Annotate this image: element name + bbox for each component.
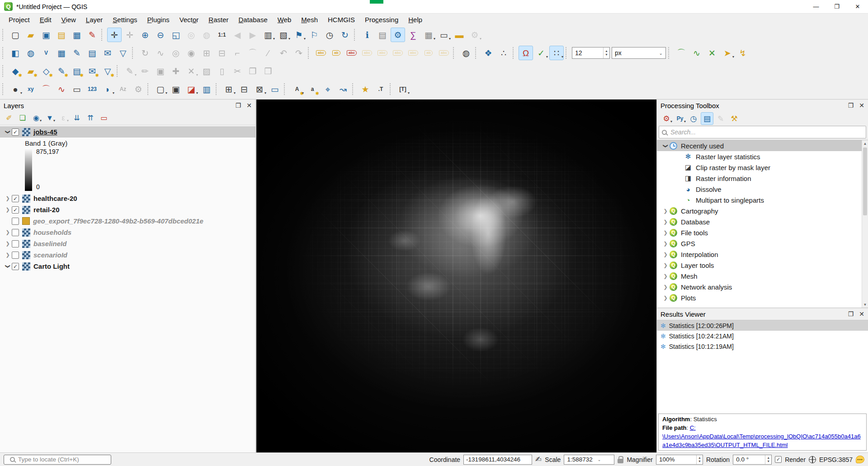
rotate-label[interactable]: abc: [391, 46, 405, 60]
identify-features[interactable]: ℹ: [360, 28, 374, 42]
add-memory-layer[interactable]: ✎: [70, 46, 84, 60]
metasearch[interactable]: ◍: [459, 46, 473, 60]
add-group[interactable]: ❏: [17, 112, 28, 124]
filter-legend[interactable]: ▼▾: [44, 112, 56, 124]
menu-plugins[interactable]: Plugins: [142, 14, 175, 25]
toolbox-algorithm-multipart-to-singleparts[interactable]: ◔Multipart to singleparts: [657, 195, 868, 205]
close-button[interactable]: ✕: [847, 0, 868, 14]
circle-tool[interactable]: ●▾: [8, 82, 23, 96]
menu-hcmgis[interactable]: HCMGIS: [323, 14, 360, 25]
offset-curve[interactable]: ⌒: [245, 46, 260, 60]
layer-visibility-checkbox[interactable]: [12, 240, 19, 247]
layer-visibility-checkbox[interactable]: ✓: [12, 263, 19, 270]
layers-close-icon[interactable]: ✕: [246, 102, 252, 109]
measure-ruler-tool[interactable]: ▭: [70, 82, 84, 96]
numeric-digitize[interactable]: 123: [85, 82, 99, 96]
toolbar-handle[interactable]: [117, 65, 120, 77]
results-float-icon[interactable]: ❐: [848, 311, 854, 317]
zoom-in[interactable]: ⊕: [138, 28, 152, 42]
zoom-out[interactable]: ⊖: [153, 28, 168, 42]
delete-part[interactable]: ⊟: [215, 46, 229, 60]
minimize-button[interactable]: —: [806, 0, 826, 14]
menu-layer[interactable]: Layer: [81, 14, 108, 25]
toolbox-close-icon[interactable]: ✕: [859, 102, 864, 109]
toolbar-handle[interactable]: [2, 83, 5, 95]
chevron-right-icon[interactable]: ❯: [661, 262, 670, 268]
menu-edit[interactable]: Edit: [35, 14, 57, 25]
toolbar-handle[interactable]: [132, 47, 135, 59]
layer-item-healthcare-20[interactable]: ❯✓healthcare-20: [0, 193, 255, 204]
fill-ring[interactable]: ◉: [184, 46, 198, 60]
map-canvas[interactable]: [256, 100, 656, 452]
toolbar-handle[interactable]: [668, 47, 671, 59]
split-features[interactable]: ∕: [261, 46, 275, 60]
add-feature[interactable]: ✚: [169, 64, 183, 78]
chevron-right-icon[interactable]: ❯: [4, 229, 12, 235]
current-edits[interactable]: ✎▾: [123, 64, 137, 78]
add-ring[interactable]: ◎: [169, 46, 183, 60]
new-geopackage-layer[interactable]: ◆✱: [8, 64, 23, 78]
toolbox-group-recently-used[interactable]: ❯Recently used: [657, 140, 868, 151]
chevron-down-icon[interactable]: ❯: [663, 142, 669, 150]
map-units-tool[interactable]: ⊠▾: [252, 82, 267, 96]
layer-diagram-options[interactable]: a✱: [305, 82, 320, 96]
layer-item-Carto Light[interactable]: ❯✓Carto Light: [0, 261, 255, 272]
toolbar-handle[interactable]: [216, 83, 219, 95]
results-viewer-toggle[interactable]: ▤: [701, 112, 713, 125]
menu-database[interactable]: Database: [234, 14, 273, 25]
menu-project[interactable]: Project: [4, 14, 35, 25]
layer-visibility-checkbox[interactable]: ✓: [12, 128, 19, 136]
vertex-tool-current-layer[interactable]: ✕▾: [184, 64, 198, 78]
refresh-map[interactable]: ↻: [338, 28, 352, 42]
show-hide-labels[interactable]: abc: [360, 46, 374, 60]
render-checkbox[interactable]: ✓: [775, 456, 782, 463]
measure-line[interactable]: ▭▾: [437, 28, 451, 42]
tracing-offset-units[interactable]: px⌄: [612, 47, 666, 59]
open-selection-table[interactable]: ▥: [199, 82, 214, 96]
spinner-arrows-icon[interactable]: ▲▼: [696, 455, 703, 464]
toolbox-category-network-analysis[interactable]: ❯QNetwork analysis: [657, 281, 868, 292]
layer-item-scenarioId[interactable]: ❯scenarioId: [0, 249, 255, 261]
chevron-right-icon[interactable]: ❯: [661, 295, 670, 301]
clear-digitizing[interactable]: ✕: [705, 46, 719, 60]
zoom-native-resolution[interactable]: 1:1: [215, 28, 229, 42]
new-mesh-layer[interactable]: ▤✱: [70, 64, 84, 78]
toolbox-category-plots[interactable]: ❯QPlots: [657, 292, 868, 303]
field-calculator[interactable]: ⊞▾: [222, 82, 236, 96]
toolbar-handle[interactable]: [475, 47, 478, 59]
menu-help[interactable]: Help: [403, 14, 427, 25]
snap-direction[interactable]: ➤▾: [720, 46, 735, 60]
text-annotation[interactable]: [T]▾: [396, 82, 410, 96]
select-by-value[interactable]: ▣: [169, 82, 183, 96]
toolbar-handle[interactable]: [390, 83, 393, 95]
layer-item-households[interactable]: ❯households: [0, 227, 255, 238]
undo[interactable]: ↶: [276, 46, 291, 60]
file-path-link-head[interactable]: C:: [690, 424, 696, 431]
reshape-features[interactable]: ⌐: [230, 46, 245, 60]
toolbox-category-mesh[interactable]: ❯QMesh: [657, 271, 868, 281]
crs-status-button[interactable]: EPSG:3857: [819, 456, 853, 463]
results-close-icon[interactable]: ✕: [859, 311, 864, 317]
zoom-last[interactable]: ◀: [230, 28, 245, 42]
layer-visibility-checkbox[interactable]: ✓: [12, 206, 19, 214]
toolbar-handle[interactable]: [352, 83, 355, 95]
file-path-link-rest[interactable]: \Users\Anson\AppData\Local\Temp\processi…: [662, 433, 861, 448]
curved-label-tool[interactable]: ↝: [336, 82, 350, 96]
chevron-right-icon[interactable]: ❯: [661, 208, 670, 214]
move-label[interactable]: abc: [375, 46, 390, 60]
copy-features[interactable]: ❐: [245, 64, 260, 78]
new-project[interactable]: ▢: [8, 28, 23, 42]
zoom-to-layer[interactable]: ◍: [199, 28, 214, 42]
scroll-up-icon[interactable]: ▲: [862, 140, 868, 147]
show-statistics[interactable]: ∑: [406, 28, 420, 42]
chevron-right-icon[interactable]: ❯: [661, 241, 670, 247]
restore-button[interactable]: ❐: [826, 0, 847, 14]
layer-visibility-checkbox[interactable]: [12, 252, 19, 259]
layer-item-jobs-45[interactable]: ❯✓jobs-45: [0, 126, 255, 138]
toolbar-handle[interactable]: [147, 83, 151, 95]
annotation-rect[interactable]: ▭: [268, 82, 282, 96]
toolbar-handle[interactable]: [2, 29, 5, 41]
toolbox-algorithm-raster-information[interactable]: ◨Raster information: [657, 173, 868, 184]
processing-algorithms[interactable]: ⚙▾: [660, 112, 673, 125]
layout-grid-tool[interactable]: ⊟: [237, 82, 251, 96]
